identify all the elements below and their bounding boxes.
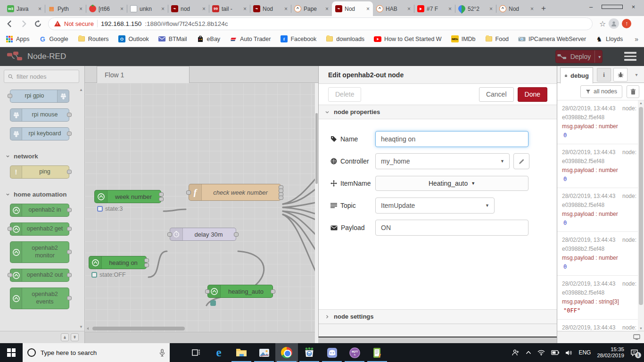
taskbar-app-hp-store[interactable]: hp xyxy=(298,343,321,362)
done-button[interactable]: Done xyxy=(518,87,547,102)
palette-node-openhab2-monitor[interactable]: openhab2 monitor xyxy=(10,241,69,263)
bookmark-item[interactable]: IMDbIMDb xyxy=(451,35,476,43)
reload-icon[interactable] xyxy=(32,18,43,29)
tab-close-icon[interactable]: × xyxy=(79,6,83,12)
flow-node-week-number[interactable]: week number xyxy=(94,190,161,203)
palette-scroll-down-icon[interactable]: ▼ xyxy=(79,325,83,329)
palette-node-rpi-keyboard[interactable]: rpi keyboard xyxy=(10,127,69,140)
flow-node-check-week-number[interactable]: fcheck week number xyxy=(189,184,281,201)
profile-avatar[interactable] xyxy=(609,18,619,29)
palette-filter-input[interactable]: filter nodes xyxy=(4,70,79,83)
tab-info[interactable]: i xyxy=(597,68,611,82)
node-settings-section[interactable]: node settings xyxy=(319,309,557,324)
browser-tab[interactable]: w3Java× xyxy=(4,1,45,16)
browser-tab[interactable]: [rt66× xyxy=(86,1,127,16)
palette-section-network[interactable]: network xyxy=(0,146,79,165)
new-tab-button[interactable]: + xyxy=(537,2,550,15)
taskbar-app-photos[interactable] xyxy=(253,343,275,362)
palette-section-home-automation[interactable]: home automation xyxy=(0,184,79,204)
notification-center-icon[interactable]: 1 xyxy=(630,349,638,356)
expand-all-button[interactable]: ▼▼ xyxy=(71,333,79,341)
delete-button[interactable]: Delete xyxy=(328,87,361,102)
open-window-icon[interactable] xyxy=(633,334,640,340)
browser-tab[interactable]: #7 F× xyxy=(414,1,455,16)
browser-tab[interactable]: ⌁nod× xyxy=(168,1,209,16)
browser-tab[interactable]: ^HAB× xyxy=(373,1,414,16)
controller-select[interactable]: my_home▼ xyxy=(375,153,510,169)
address-bar[interactable]: Not secure 192.168.1.150 :1880/#flow/7f2… xyxy=(48,17,593,30)
bookmark-item[interactable]: GGoogle xyxy=(39,35,68,43)
palette-node-rpi-mouse[interactable]: rpi mouse xyxy=(10,108,69,122)
maximize-button[interactable] xyxy=(602,0,623,13)
taskbar-app-edge[interactable]: e xyxy=(207,343,230,362)
forward-icon[interactable] xyxy=(18,18,29,29)
browser-tab[interactable]: ^Pape× xyxy=(291,1,332,16)
wire[interactable] xyxy=(164,209,186,211)
taskbar-app-file-explorer[interactable] xyxy=(230,343,253,362)
flow-tab[interactable]: Flow 1 xyxy=(97,66,190,83)
canvas-vscrollbar[interactable] xyxy=(315,83,318,343)
taskbar-app-mqtt[interactable]: MQTTfx xyxy=(343,343,366,362)
browser-tab[interactable]: 52°2× xyxy=(455,1,496,16)
flow-node-heating_auto[interactable]: heating_auto xyxy=(207,285,273,298)
bookmark-item[interactable]: IPCamera WebServer xyxy=(518,35,586,43)
taskbar-app-task-view[interactable] xyxy=(185,343,207,362)
browser-tab[interactable]: ⌁Nod× xyxy=(250,1,291,16)
wifi-icon[interactable] xyxy=(537,350,545,355)
topic-select[interactable]: ItemUpdate▼ xyxy=(375,197,495,214)
flow-node-heating-on[interactable]: heating on xyxy=(89,256,147,269)
palette-node-openhab2-events[interactable]: openhab2 events xyxy=(10,288,69,309)
tab-close-icon[interactable]: × xyxy=(489,6,493,12)
wire[interactable] xyxy=(149,251,167,277)
itemname-dropdown-button[interactable]: Heating_auto▼ xyxy=(375,176,528,191)
bookmark-item[interactable]: Food xyxy=(485,35,509,43)
payload-input[interactable]: ON xyxy=(375,220,528,236)
bookmark-item[interactable]: Apps xyxy=(6,35,30,43)
bookmark-item[interactable]: How to Get Started W xyxy=(374,35,442,43)
hidden-icons-chevron-icon[interactable] xyxy=(526,351,531,354)
start-button[interactable] xyxy=(0,343,23,362)
tab-close-icon[interactable]: × xyxy=(366,6,370,12)
browser-tab[interactable]: unkn× xyxy=(127,1,168,16)
tab-close-icon[interactable]: × xyxy=(202,6,206,12)
microphone-icon[interactable] xyxy=(159,349,165,357)
bookmarks-overflow-icon[interactable]: » xyxy=(635,35,638,43)
palette-node-openhab2-get[interactable]: openhab2 get xyxy=(10,222,69,236)
taskbar-search[interactable]: Type here to search xyxy=(23,343,170,362)
bookmark-item[interactable]: ♞Lloyds xyxy=(595,35,623,43)
tab-close-icon[interactable]: × xyxy=(407,6,411,12)
debug-clear-button[interactable] xyxy=(627,85,639,98)
canvas-grid[interactable]: week numberstate:3fcheck week numberdela… xyxy=(85,83,315,332)
palette-scroll-up-icon[interactable]: ▲ xyxy=(79,88,83,92)
tab-close-icon[interactable]: × xyxy=(120,6,124,12)
browser-tab[interactable]: 99tail -× xyxy=(209,1,250,16)
bookmark-item[interactable]: BTMail xyxy=(158,35,187,43)
tab-close-icon[interactable]: × xyxy=(284,6,288,12)
tab-close-icon[interactable]: × xyxy=(243,6,247,12)
bookmark-item[interactable]: Routers xyxy=(78,35,109,43)
node-properties-section[interactable]: node properties xyxy=(319,105,557,119)
tab-debug[interactable]: debug xyxy=(560,67,593,83)
edit-controller-button[interactable] xyxy=(513,153,529,169)
browser-tab-active[interactable]: ⌁Nod× xyxy=(332,1,373,16)
collapse-all-button[interactable]: ▲▲ xyxy=(61,333,69,341)
close-button[interactable]: × xyxy=(623,0,644,13)
bookmark-item[interactable]: fFacebook xyxy=(280,35,316,43)
bookmark-item[interactable]: eBay xyxy=(197,35,221,43)
palette-node-openhab2-out[interactable]: openhab2 out xyxy=(10,269,69,282)
taskbar-app-discord[interactable] xyxy=(321,343,343,362)
cancel-button[interactable]: Cancel xyxy=(479,87,514,102)
people-icon[interactable] xyxy=(512,349,520,356)
browser-tab[interactable]: ▤Pyth× xyxy=(45,1,86,16)
language-indicator[interactable]: ENG xyxy=(578,349,591,356)
flow-node-delay-30m[interactable]: delay 30m xyxy=(170,228,236,241)
bookmark-item[interactable]: OOutlook xyxy=(118,35,149,43)
browser-update-icon[interactable]: ↑ xyxy=(622,19,631,28)
tab-close-icon[interactable]: × xyxy=(38,6,41,12)
bookmark-item[interactable]: downloads xyxy=(326,35,364,43)
tab-close-icon[interactable]: × xyxy=(161,6,165,12)
tab-debug-alt[interactable] xyxy=(613,68,627,82)
main-menu-icon[interactable] xyxy=(624,52,636,61)
name-input[interactable]: heaqting on xyxy=(375,131,528,147)
wire[interactable] xyxy=(283,214,315,274)
